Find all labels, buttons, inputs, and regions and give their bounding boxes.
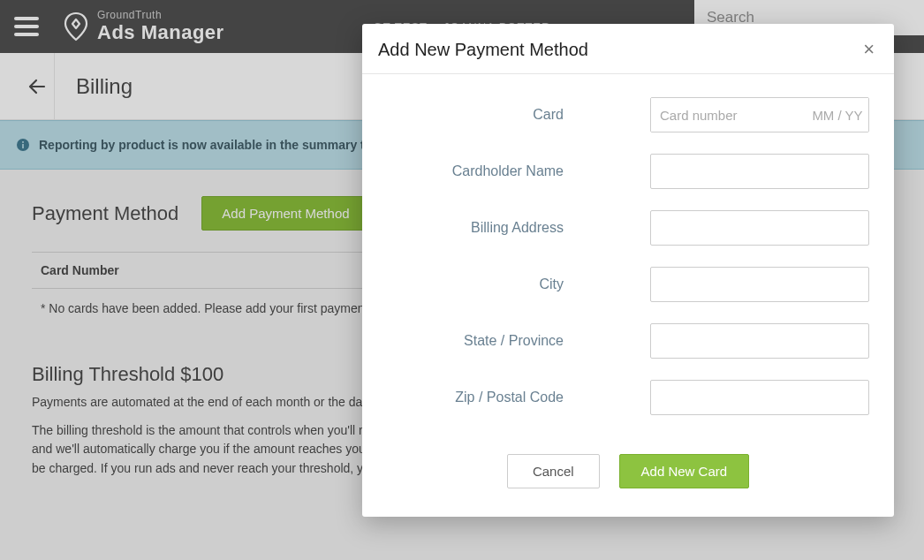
add-new-card-button[interactable]: Add New Card <box>619 454 750 488</box>
card-label: Card <box>387 107 581 123</box>
state-input[interactable] <box>650 323 869 359</box>
cardholder-label: Cardholder Name <box>387 163 581 179</box>
billing-address-label: Billing Address <box>387 220 581 236</box>
city-label: City <box>387 276 581 292</box>
cancel-button[interactable]: Cancel <box>507 454 600 488</box>
close-icon[interactable]: × <box>860 38 878 61</box>
city-input[interactable] <box>650 267 869 302</box>
card-input-group <box>650 97 869 132</box>
add-payment-modal: Add New Payment Method × Card Cardholder… <box>362 24 894 517</box>
zip-input[interactable] <box>650 380 869 415</box>
zip-label: Zip / Postal Code <box>387 390 581 405</box>
modal-title: Add New Payment Method <box>378 40 588 60</box>
cardholder-name-input[interactable] <box>650 154 869 189</box>
card-number-input[interactable] <box>651 98 807 132</box>
billing-address-input[interactable] <box>650 210 869 246</box>
state-label: State / Province <box>387 333 581 349</box>
card-expiry-input[interactable] <box>807 98 868 132</box>
